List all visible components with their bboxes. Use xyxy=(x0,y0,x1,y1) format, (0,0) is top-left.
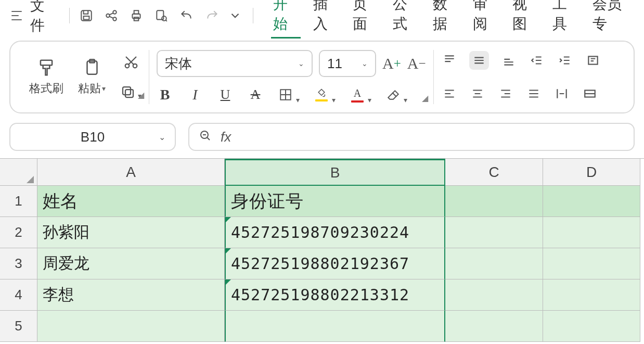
tab-insert[interactable]: 插入 xyxy=(311,0,341,39)
italic-button[interactable]: I xyxy=(187,85,203,104)
save-icon[interactable] xyxy=(76,4,97,27)
tab-vip[interactable]: 会员专 xyxy=(590,0,633,39)
font-size-select[interactable]: 11 ⌄ xyxy=(319,50,376,77)
column-header-D[interactable]: D xyxy=(543,159,640,186)
tab-formula[interactable]: 公式 xyxy=(391,0,420,39)
cell[interactable]: 孙紫阳 xyxy=(37,217,225,248)
paste-button[interactable]: 粘贴 ▾ xyxy=(78,58,106,96)
cancel-formula-icon[interactable] xyxy=(199,129,211,145)
menu-bar: 文件 开始 插入 页面 公式 数据 审阅 视图 工具 会员专 xyxy=(0,0,644,31)
row-header[interactable]: 4 xyxy=(0,279,37,311)
tab-view[interactable]: 视图 xyxy=(510,0,540,39)
cell[interactable]: 452725198802213312 xyxy=(225,279,445,311)
row-header[interactable]: 5 xyxy=(0,311,37,342)
group-launcher-icon[interactable]: ◢ xyxy=(138,90,144,100)
chevron-down-icon[interactable]: ▾ xyxy=(296,96,300,104)
tab-page[interactable]: 页面 xyxy=(351,0,380,39)
font-size-value: 11 xyxy=(327,56,342,72)
cell[interactable] xyxy=(445,279,543,311)
copy-icon[interactable] xyxy=(120,84,136,100)
cell[interactable] xyxy=(445,186,543,217)
chevron-down-icon: ⌄ xyxy=(298,59,304,68)
svg-rect-1 xyxy=(83,16,89,20)
format-painter-button[interactable]: 格式刷 xyxy=(29,58,63,96)
tab-data[interactable]: 数据 xyxy=(431,0,460,39)
cell[interactable] xyxy=(543,186,640,217)
cell[interactable] xyxy=(543,217,640,248)
cell[interactable] xyxy=(543,248,640,279)
column-header-A[interactable]: A xyxy=(37,159,225,186)
svg-point-3 xyxy=(113,10,117,14)
column-header-B[interactable]: B xyxy=(225,159,445,186)
ribbon-tabs: 开始 插入 页面 公式 数据 审阅 视图 工具 会员专 xyxy=(271,0,633,39)
paste-label: 粘贴 xyxy=(78,81,101,96)
font-color-icon[interactable]: A xyxy=(349,85,366,104)
row-header[interactable]: 2 xyxy=(0,217,37,248)
cut-icon[interactable] xyxy=(120,54,141,70)
chevron-down-icon[interactable]: ▾ xyxy=(332,96,336,104)
decrease-font-icon[interactable]: A− xyxy=(407,55,426,72)
formula-bar: fx xyxy=(188,123,635,151)
underline-button[interactable]: U xyxy=(217,85,234,104)
spreadsheet-grid[interactable]: A B C D 1 姓名 身份证号 2 孙紫阳 4527251987092302… xyxy=(0,158,644,342)
bold-button[interactable]: B xyxy=(157,85,173,104)
ribbon: 格式刷 粘贴 ▾ ▾ ◢ 宋体 ⌄ xyxy=(9,41,635,113)
align-top-icon[interactable] xyxy=(441,51,458,70)
chevron-down-icon[interactable]: ⌄ xyxy=(159,132,165,142)
cell[interactable]: 身份证号 xyxy=(225,186,445,217)
chevron-down-icon[interactable]: ▾ xyxy=(404,96,407,104)
align-right-icon[interactable] xyxy=(497,84,514,103)
cell[interactable] xyxy=(543,279,640,311)
svg-point-4 xyxy=(113,17,117,21)
cell[interactable]: 周爱龙 xyxy=(37,248,225,279)
distribute-icon[interactable] xyxy=(553,84,570,103)
print-preview-icon[interactable] xyxy=(151,4,172,27)
tab-tools[interactable]: 工具 xyxy=(550,0,580,39)
cell[interactable]: 姓名 xyxy=(37,186,225,217)
app-menu-icon[interactable] xyxy=(11,11,22,20)
file-menu[interactable]: 文件 xyxy=(30,0,57,35)
borders-icon[interactable] xyxy=(277,85,294,104)
increase-indent-icon[interactable] xyxy=(557,51,573,70)
cell[interactable] xyxy=(445,311,543,342)
cell[interactable] xyxy=(445,217,543,248)
cell[interactable]: 李想 xyxy=(37,279,225,311)
merge-cells-icon[interactable] xyxy=(582,84,598,103)
wrap-text-icon[interactable] xyxy=(585,51,601,70)
align-bottom-icon[interactable] xyxy=(500,51,517,70)
group-launcher-icon[interactable]: ◢ xyxy=(422,93,428,103)
select-all-corner[interactable] xyxy=(0,159,37,186)
row-header[interactable]: 1 xyxy=(0,186,37,217)
align-middle-icon[interactable] xyxy=(469,51,489,70)
formula-input[interactable] xyxy=(240,129,624,145)
cell[interactable] xyxy=(37,311,225,342)
cell[interactable]: 452725198802192367 xyxy=(225,248,445,279)
justify-icon[interactable] xyxy=(525,84,542,103)
share-icon[interactable] xyxy=(101,4,122,27)
redo-dropdown-icon[interactable] xyxy=(224,4,247,27)
tab-home[interactable]: 开始 xyxy=(271,0,301,39)
increase-font-icon[interactable]: A+ xyxy=(382,55,401,72)
column-header-C[interactable]: C xyxy=(445,159,543,186)
chevron-down-icon[interactable]: ▾ xyxy=(368,96,371,104)
row-header[interactable]: 3 xyxy=(0,248,37,279)
cell[interactable]: 452725198709230224 xyxy=(225,217,445,248)
font-name-select[interactable]: 宋体 ⌄ xyxy=(157,50,313,77)
strikethrough-button[interactable]: A xyxy=(247,85,264,104)
print-icon[interactable] xyxy=(126,4,147,27)
fx-label[interactable]: fx xyxy=(221,129,231,145)
cell[interactable] xyxy=(225,311,445,342)
tab-review[interactable]: 审阅 xyxy=(471,0,500,39)
name-box[interactable]: B10 ⌄ xyxy=(9,123,176,151)
font-name-value: 宋体 xyxy=(165,55,192,73)
eraser-icon[interactable] xyxy=(385,85,402,104)
chevron-down-icon[interactable]: ▾ xyxy=(102,84,106,93)
cell[interactable] xyxy=(543,311,640,342)
align-center-icon[interactable] xyxy=(469,84,486,103)
format-painter-label: 格式刷 xyxy=(29,81,63,96)
undo-icon[interactable] xyxy=(176,4,197,27)
cell[interactable] xyxy=(445,248,543,279)
decrease-indent-icon[interactable] xyxy=(529,51,545,70)
fill-color-icon[interactable] xyxy=(313,85,330,104)
align-left-icon[interactable] xyxy=(441,84,458,103)
